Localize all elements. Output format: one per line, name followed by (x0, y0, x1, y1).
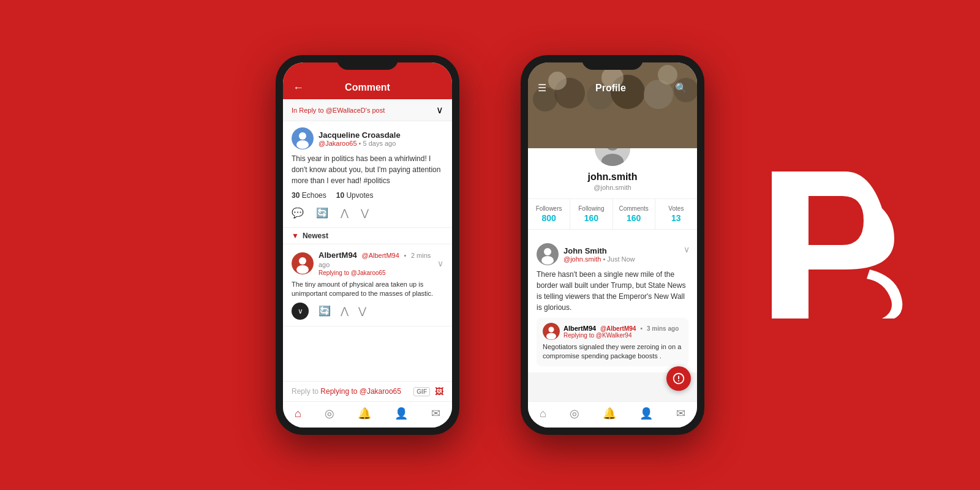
notch-2 (582, 55, 643, 70)
original-post-text: This year in politics has been a whirlwi… (292, 153, 443, 186)
following-label: Following (573, 205, 609, 212)
reply-input-bar: Reply to Replying to @Jakaroo65 GIF 🖼 (283, 381, 452, 401)
profile-avatar-section: john.smith @john.smith Followers 800 Fol… (528, 148, 697, 237)
comment-user-info: AlbertM94 @AlbertM94 • 2 mins ago Replyi… (318, 251, 432, 276)
original-post-user-row: Jacqueline Croasdale @Jakaroo65 • 5 days… (292, 127, 443, 149)
stat-following[interactable]: Following 160 (570, 199, 612, 229)
svg-point-22 (541, 256, 554, 265)
profile-post-handle-time: @john.smith • Just Now (564, 255, 635, 263)
quoted-replying: Replying to @KWalker94 (564, 332, 679, 339)
profile-post-text: There hasn't been a single new mile of t… (537, 269, 688, 313)
reply-actions: GIF 🖼 (413, 386, 443, 396)
nav-user-2[interactable]: 👤 (639, 407, 653, 420)
original-post-actions: 💬 🔄 ⋀ ⋁ (292, 205, 443, 221)
image-icon[interactable]: 🖼 (435, 386, 443, 396)
nav-explore-2[interactable]: ◎ (570, 407, 579, 420)
downvote-action-icon[interactable]: ⋁ (361, 207, 369, 219)
reply-placeholder: Reply to Replying to @Jakaroo65 (292, 387, 401, 396)
original-post-handle[interactable]: @Jakaroo65 (318, 140, 357, 147)
comments-label: Comments (616, 205, 652, 212)
svg-point-4 (299, 257, 306, 265)
comment-down-vote[interactable]: ∨ (292, 303, 309, 320)
stat-comments[interactable]: Comments 160 (613, 199, 655, 229)
profile-post-user-row: John Smith @john.smith • Just Now (537, 243, 688, 265)
echoes-stat: 30 Echoes (292, 191, 326, 200)
reply-handle[interactable]: @EWallaceD's post (326, 107, 385, 114)
nav-mail-1[interactable]: ✉ (431, 407, 440, 420)
gif-button[interactable]: GIF (413, 387, 430, 396)
post-collapse-icon[interactable]: ∨ (684, 244, 690, 254)
repost-action-icon[interactable]: 🔄 (316, 207, 328, 219)
following-value: 160 (573, 213, 609, 223)
phone-comment: ← Comment In Reply to @EWallaceD's post … (276, 55, 459, 435)
profile-post-avatar (537, 243, 559, 265)
menu-icon[interactable]: ☰ (538, 82, 546, 94)
stat-votes[interactable]: Votes 13 (655, 199, 697, 229)
upvotes-stat: 10 Upvotes (336, 191, 374, 200)
svg-point-1 (299, 132, 306, 140)
nav-bell-2[interactable]: 🔔 (603, 407, 616, 420)
notch-1 (337, 55, 398, 70)
comment-author-name: AlbertM94 @AlbertM94 • 2 mins ago (318, 251, 432, 269)
original-post-time: • (359, 140, 363, 147)
collapse-icon-banner[interactable]: ∨ (436, 104, 443, 116)
profile-post-card: ∨ John Smith @john.smith (528, 237, 697, 372)
nav-explore-1[interactable]: ◎ (325, 407, 334, 420)
parler-fab[interactable] (666, 366, 691, 391)
parler-logo (735, 147, 931, 343)
quoted-avatar (543, 323, 560, 340)
back-button[interactable]: ← (293, 81, 304, 94)
stat-followers[interactable]: Followers 800 (528, 199, 570, 229)
filter-icon: ▼ (292, 232, 299, 240)
comment-user-row: AlbertM94 @AlbertM94 • 2 mins ago Replyi… (292, 251, 443, 276)
profile-post-user-info: John Smith @john.smith • Just Now (564, 246, 635, 263)
reply-banner: In Reply to @EWallaceD's post ∨ (283, 99, 452, 121)
nav-bell-1[interactable]: 🔔 (358, 407, 371, 420)
comment-action-icon[interactable]: 💬 (292, 207, 304, 219)
bottom-nav-1: ⌂ ◎ 🔔 👤 ✉ (283, 401, 452, 428)
comments-list: AlbertM94 @AlbertM94 • 2 mins ago Replyi… (283, 244, 452, 381)
votes-label: Votes (658, 205, 695, 212)
comment-avatar (292, 252, 314, 274)
bottom-nav-2: ⌂ ◎ 🔔 👤 ✉ (528, 401, 697, 428)
profile-stats: Followers 800 Following 160 Comments 160… (528, 198, 697, 230)
original-post-author-name: Jacqueline Croasdale (318, 130, 401, 140)
filter-label[interactable]: Newest (303, 232, 328, 240)
comment-collapse[interactable]: ∨ (437, 258, 443, 268)
phone-profile: ☰ Profile 🔍 john.smith @john.smith (521, 55, 704, 435)
svg-point-25 (546, 333, 556, 340)
nav-home-2[interactable]: ⌂ (540, 407, 546, 420)
quoted-user-info: AlbertM94 @AlbertM94 • 3 mins ago Replyi… (564, 325, 679, 339)
quoted-text: Negotiators signaled they were zeroing i… (543, 342, 682, 361)
comment-screen-title: Comment (345, 82, 390, 93)
comment-text: The tiny amount of physical area taken u… (292, 280, 443, 299)
reply-prefix: In Reply to (292, 107, 326, 114)
nav-mail-2[interactable]: ✉ (676, 407, 685, 420)
comment-replying: Replying to @Jakaroo65 (318, 269, 432, 276)
original-post: Jacqueline Croasdale @Jakaroo65 • 5 days… (283, 121, 452, 228)
comment-up-icon[interactable]: ⋀ (341, 305, 349, 317)
svg-point-5 (296, 265, 309, 274)
upvote-action-icon[interactable]: ⋀ (341, 207, 349, 219)
profile-cover: ☰ Profile 🔍 (528, 62, 697, 148)
followers-label: Followers (530, 205, 567, 212)
profile-display-name: john.smith (588, 172, 638, 183)
profile-handle: @john.smith (594, 184, 631, 191)
search-icon[interactable]: 🔍 (675, 82, 687, 94)
quoted-author: AlbertM94 @AlbertM94 • 3 mins ago (564, 325, 679, 332)
svg-point-2 (296, 140, 309, 149)
svg-point-24 (549, 327, 554, 333)
original-post-time-val: 5 days ago (363, 140, 396, 147)
comment-down-icon[interactable]: ⋁ (358, 305, 366, 317)
nav-home-1[interactable]: ⌂ (295, 407, 301, 420)
original-post-handle-time: @Jakaroo65 • 5 days ago (318, 140, 401, 147)
profile-post-author: John Smith (564, 246, 635, 255)
comments-value: 160 (616, 213, 652, 223)
original-post-user-info: Jacqueline Croasdale @Jakaroo65 • 5 days… (318, 130, 401, 147)
comment-repost-icon[interactable]: 🔄 (318, 305, 331, 317)
nav-user-1[interactable]: 👤 (394, 407, 408, 420)
comment-item: AlbertM94 @AlbertM94 • 2 mins ago Replyi… (283, 244, 452, 326)
filter-row: ▼ Newest (283, 228, 452, 244)
reply-banner-text: In Reply to @EWallaceD's post (292, 107, 385, 114)
comment-actions: ∨ 🔄 ⋀ ⋁ (292, 303, 443, 320)
